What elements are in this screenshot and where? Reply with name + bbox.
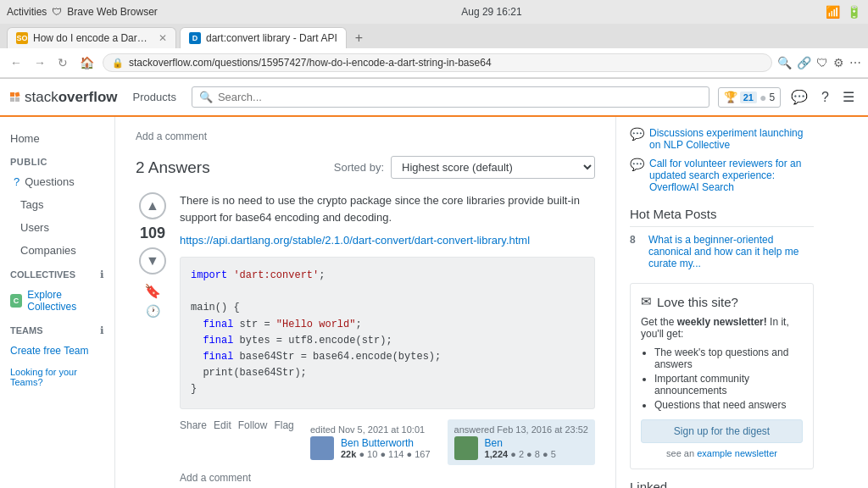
tab-so[interactable]: SO How do I encode a Dart st... ✕ — [7, 27, 176, 48]
follow-button-1[interactable]: Follow — [238, 419, 268, 431]
teams-section: TEAMS ℹ — [0, 318, 114, 340]
back-button[interactable]: ← — [7, 54, 25, 71]
editor-details: Ben Butterworth 22k ● 10 ● 114 ● 167 — [341, 437, 431, 459]
sidebar-item-create-team[interactable]: Create free Team — [0, 340, 114, 362]
forward-button[interactable]: → — [31, 54, 49, 71]
editor-card: edited Nov 5, 2021 at 10:01 Ben Butterwo… — [303, 419, 437, 465]
page-layout: Home PUBLIC ? Questions Tags Users Compa… — [0, 117, 868, 488]
newsletter-list: The week's top questions and answers Imp… — [641, 347, 803, 411]
answer-meta-1: Share Edit Follow Flag edited Nov 5, 202… — [180, 419, 595, 465]
bookmark-button-1[interactable]: 🔖 — [144, 283, 161, 299]
code-final1: final — [203, 319, 233, 330]
so-logo[interactable]: stackoverflow — [10, 89, 118, 106]
collectives-info-icon[interactable]: ℹ — [100, 269, 104, 280]
answer-link-1[interactable]: https://api.dartlang.org/stable/2.1.0/da… — [180, 234, 595, 247]
home-label: Home — [10, 132, 40, 145]
editor-badges: ● 10 ● 114 ● 167 — [359, 449, 430, 459]
hot-post-link-1[interactable]: What is a beginner-oriented canonical an… — [648, 234, 814, 269]
newsletter-item-1: The week's top questions and answers — [654, 347, 803, 370]
meta-post-text-2: Call for volunteer reviewers for an upda… — [649, 158, 814, 193]
answerer-meta: answered Feb 13, 2016 at 23:52 — [454, 424, 588, 435]
tab-dart[interactable]: D dart:convert library - Dart API — [180, 27, 347, 48]
flag-button-1[interactable]: Flag — [274, 419, 293, 431]
activities-label[interactable]: Activities — [7, 6, 47, 18]
sort-control: Sorted by: Highest score (default) Trend… — [334, 156, 595, 179]
products-nav[interactable]: Products — [126, 91, 183, 103]
downvote-button-1[interactable]: ▼ — [139, 247, 166, 274]
linked-widget: Linked 18 Dart - Encode and decode base6… — [630, 480, 814, 488]
sidebar-item-tags[interactable]: Tags — [0, 193, 114, 216]
upvote-button-1[interactable]: ▲ — [139, 192, 166, 219]
hot-post-num-1: 8 — [630, 234, 643, 246]
looking-for-teams[interactable]: Looking for your Teams? — [0, 362, 114, 391]
achievements-badge[interactable]: 🏆 21 ● 5 — [718, 87, 781, 108]
tab-favicon-dart: D — [189, 32, 201, 44]
sort-select[interactable]: Highest score (default) Trending (recent… — [391, 156, 595, 179]
sidebar-item-questions[interactable]: ? Questions — [0, 170, 114, 193]
answerer-rep: 1,224 — [485, 449, 509, 459]
window-controls: 📶 🔋 — [826, 5, 861, 19]
search-box[interactable]: 🔍 — [192, 86, 709, 108]
envelope-icon: ✉ — [641, 294, 652, 309]
address-bar[interactable]: 🔒 stackoverflow.com/questions/15957427/h… — [103, 53, 772, 72]
example-link: see an example newsletter — [641, 448, 803, 458]
answerer-info: Ben 1,224 ● 2 ● 8 ● 5 — [454, 436, 588, 460]
answers-label: Answers — [148, 158, 210, 176]
tab-bar: SO How do I encode a Dart st... ✕ D dart… — [0, 24, 868, 48]
new-tab-button[interactable]: + — [350, 29, 368, 47]
editor-name[interactable]: Ben Butterworth — [341, 437, 431, 449]
search-icon[interactable]: 🔍 — [777, 56, 792, 69]
browser-name: Brave Web Browser — [67, 6, 157, 18]
collectives-label: COLLECTIVES — [10, 269, 75, 280]
reload-button[interactable]: ↻ — [54, 54, 71, 71]
code-final2: final — [203, 335, 233, 347]
answer-text-1: There is no need to use the crypto packa… — [180, 192, 595, 225]
sidebar-item-home[interactable]: Home — [0, 127, 114, 150]
companies-label: Companies — [20, 244, 76, 257]
share-icon[interactable]: 🔗 — [797, 56, 811, 69]
so-header: stackoverflow Products 🔍 🏆 21 ● 5 💬 ? ☰ — [0, 79, 868, 117]
lock-icon: 🔒 — [112, 58, 124, 69]
answer-user-cards-1: edited Nov 5, 2021 at 10:01 Ben Butterwo… — [303, 419, 595, 465]
home-button[interactable]: 🏠 — [76, 54, 97, 71]
meta-posts-widget: 💬 Discussions experiment launching on NL… — [630, 127, 814, 193]
search-icon-so: 🔍 — [199, 91, 213, 103]
linked-title: Linked — [630, 480, 814, 488]
editor-rep: 22k — [341, 449, 356, 459]
help-button[interactable]: ? — [818, 86, 832, 108]
shield-brave-icon[interactable]: 🛡 — [816, 56, 828, 69]
tab-close-so[interactable]: ✕ — [159, 32, 167, 44]
add-comment-top[interactable]: Add a comment — [136, 130, 595, 142]
right-sidebar: 💬 Discussions experiment launching on NL… — [615, 117, 827, 488]
share-button-1[interactable]: Share — [180, 419, 207, 431]
title-bar-left: Activities 🛡 Brave Web Browser — [7, 6, 158, 18]
newsletter-title: ✉ Love this site? — [641, 294, 803, 309]
collectives-icon: C — [10, 294, 22, 308]
sidebar-item-users[interactable]: Users — [0, 216, 114, 239]
history-button-1[interactable]: 🕐 — [146, 304, 160, 318]
teams-info-icon[interactable]: ℹ — [100, 324, 104, 336]
answerer-card: answered Feb 13, 2016 at 23:52 Ben 1,224… — [448, 419, 595, 465]
search-input[interactable] — [218, 91, 702, 103]
nav-bar: ← → ↻ 🏠 🔒 stackoverflow.com/questions/15… — [0, 48, 868, 78]
answerer-avatar — [454, 436, 478, 460]
more-icon[interactable]: ⋯ — [849, 56, 861, 69]
answer-actions-1: Share Edit Follow Flag — [180, 419, 294, 431]
browser-chrome: Activities 🛡 Brave Web Browser Aug 29 16… — [0, 0, 868, 79]
extensions-icon[interactable]: ⚙ — [833, 56, 844, 69]
sidebar-item-companies[interactable]: Companies — [0, 239, 114, 262]
menu-button[interactable]: ☰ — [839, 86, 858, 108]
inbox-button[interactable]: 💬 — [787, 86, 811, 108]
left-sidebar: Home PUBLIC ? Questions Tags Users Compa… — [0, 117, 115, 488]
answers-count: 2 — [136, 158, 145, 176]
code-main: main() { — [191, 302, 240, 313]
sidebar-item-explore-collectives[interactable]: C Explore Collectives — [0, 284, 114, 318]
answers-title: 2 Answers — [136, 158, 210, 177]
example-newsletter-link[interactable]: example newsletter — [697, 448, 777, 458]
vote-column-1: ▲ 109 ▼ 🔖 🕐 — [136, 192, 170, 488]
answerer-name[interactable]: Ben — [485, 437, 556, 449]
add-comment-answer1[interactable]: Add a comment — [180, 472, 595, 484]
signup-button[interactable]: Sign up for the digest — [641, 419, 803, 443]
edit-button-1[interactable]: Edit — [214, 419, 231, 431]
wifi-icon: 📶 — [826, 5, 840, 19]
